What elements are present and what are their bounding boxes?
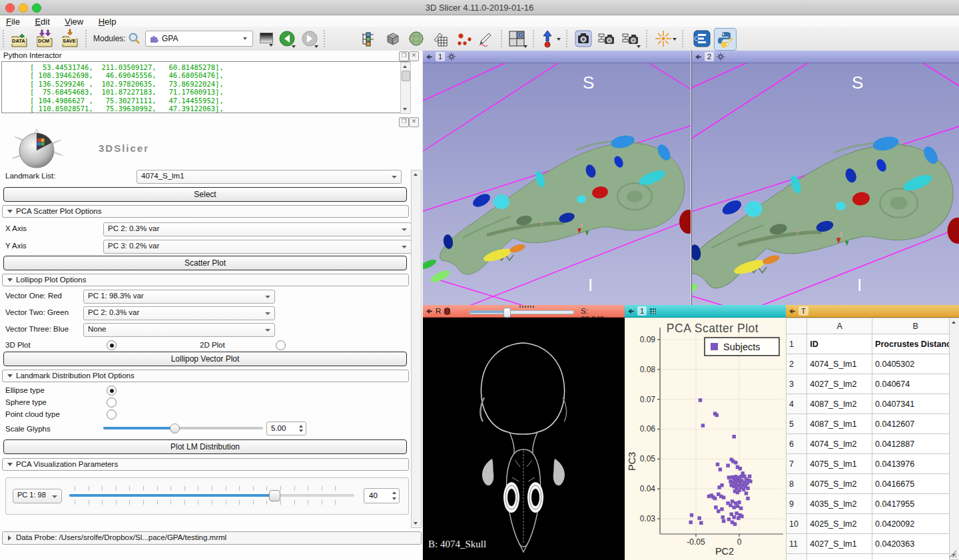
scroll-up-icon[interactable]: [403, 65, 407, 68]
plot-menu-icon[interactable]: [649, 308, 657, 315]
table-cell[interactable]: 4027_S_lm1: [807, 534, 872, 554]
table-cell[interactable]: ID: [807, 334, 872, 354]
table-cell[interactable]: 8: [787, 474, 807, 494]
pc-selector-combo[interactable]: PC 1: 98: [13, 489, 62, 503]
slider-handle[interactable]: [269, 490, 280, 501]
table-cell[interactable]: 4087_S_lm2: [807, 394, 872, 414]
scale-glyphs-slider[interactable]: [103, 423, 263, 433]
console-scrollbar[interactable]: [400, 62, 411, 114]
threed-viewport-2[interactable]: S I: [692, 63, 959, 305]
table-column-b[interactable]: B: [872, 318, 959, 334]
spin-down-icon[interactable]: [299, 429, 303, 432]
red-slice-viewport[interactable]: B: 4074_Skull: [423, 318, 625, 560]
slider-handle[interactable]: [170, 423, 180, 433]
pca-viz-spinbox[interactable]: 40: [364, 488, 400, 503]
table-cell[interactable]: Procrustes Distance: [872, 334, 959, 354]
pin-icon[interactable]: [426, 308, 433, 315]
save-button[interactable]: SAVE: [60, 29, 80, 49]
pca-viz-slider[interactable]: [69, 486, 354, 505]
table-cell[interactable]: 4075_S_lm2: [807, 474, 872, 494]
pca-visualization-header[interactable]: PCA Visualization Parameters: [2, 458, 409, 471]
toolbar-grip[interactable]: [85, 30, 88, 47]
table-cell[interactable]: 4075_S_lm1: [807, 454, 872, 474]
lollipop-vector-plot-button[interactable]: Lollipop Vector Plot: [3, 352, 407, 366]
table-row[interactable]: 84075_S_lm20.0416675: [787, 474, 959, 494]
table-cell[interactable]: 6: [787, 434, 807, 454]
plot-lm-distribution-button[interactable]: Plot LM Distribution: [3, 439, 407, 454]
point-cloud-type-radio[interactable]: [107, 410, 117, 420]
vector-three-combo[interactable]: None: [83, 323, 275, 337]
menu-file[interactable]: File: [6, 17, 20, 27]
history-dropdown-icon[interactable]: [269, 44, 273, 47]
menu-edit[interactable]: Edit: [35, 17, 49, 27]
mouse-mode-dropdown-icon[interactable]: [557, 38, 561, 41]
scroll-up-icon[interactable]: [414, 173, 418, 176]
data-probe-header[interactable]: Data Probe: /Users/srolfe/Dropbox/Sl...p…: [2, 531, 422, 545]
table-cell[interactable]: 4027_S_lm2: [807, 374, 872, 394]
select-button[interactable]: Select: [3, 187, 407, 202]
table-column-a[interactable]: A: [807, 318, 872, 334]
table-cell[interactable]: 0.0412607: [872, 414, 959, 434]
y-axis-combo[interactable]: PC 3: 0.2% var: [103, 240, 412, 254]
markups-module-icon[interactable]: [456, 31, 473, 48]
spin-down-icon[interactable]: [392, 497, 396, 500]
models-module-icon[interactable]: [408, 30, 425, 47]
table-corner-cell[interactable]: [787, 318, 807, 334]
scroll-down-icon[interactable]: [414, 522, 418, 525]
threed-view-1-header[interactable]: 1: [423, 51, 691, 63]
table-cell[interactable]: 0.0420092: [872, 514, 959, 534]
toolbar-grip[interactable]: [566, 30, 569, 47]
extensions-manager-icon[interactable]: [693, 29, 711, 48]
table-cell[interactable]: 12: [787, 554, 807, 560]
python-console[interactable]: [ 53.44531746, 211.03509127, 60.81485278…: [1, 61, 410, 113]
back-dropdown-icon[interactable]: [292, 45, 296, 48]
table-cell[interactable]: 11: [787, 534, 807, 554]
view-options-icon[interactable]: [448, 53, 456, 61]
table-cell[interactable]: 10: [787, 514, 807, 534]
pin-icon[interactable]: [695, 53, 702, 61]
table-cell[interactable]: 0.0417955: [872, 494, 959, 514]
table-cell[interactable]: 1: [787, 334, 807, 354]
lollipop-options-header[interactable]: Lollipop Plot Options: [2, 274, 409, 286]
scroll-up-icon[interactable]: [952, 321, 956, 324]
splitter-grip[interactable]: [519, 306, 535, 308]
annotations-module-icon[interactable]: [477, 31, 494, 48]
table-cell[interactable]: 9: [787, 494, 807, 514]
table-row[interactable]: 74075_S_lm10.0413976: [787, 454, 959, 474]
scrollbar-thumb[interactable]: [402, 71, 410, 81]
transforms-module-icon[interactable]: [432, 31, 449, 48]
toolbar-grip[interactable]: [646, 30, 649, 47]
plot-viewport[interactable]: 0.090.080.070.060.050.040.03-0.050 PCA S…: [625, 318, 786, 560]
table-cell[interactable]: 4074_S_lm2: [807, 434, 872, 454]
close-console-button[interactable]: ✕: [409, 51, 419, 61]
pin-icon[interactable]: [627, 308, 635, 315]
plot-2d-radio[interactable]: [276, 340, 286, 350]
table-cell[interactable]: 0.0413976: [872, 454, 959, 474]
pca-scatter-options-header[interactable]: PCA Scatter Plot Options: [2, 205, 409, 218]
module-history-icon[interactable]: [260, 33, 273, 43]
sceneview-dropdown-icon[interactable]: [637, 45, 641, 48]
toolbar-grip[interactable]: [533, 30, 535, 47]
table-cell[interactable]: 0.0421118: [872, 554, 959, 560]
table-cell[interactable]: 0.0412887: [872, 434, 959, 454]
toolbar-grip[interactable]: [3, 30, 5, 47]
table-cell[interactable]: 0.0407341: [872, 394, 959, 414]
volumes-module-icon[interactable]: [384, 30, 401, 47]
view-options-icon[interactable]: [717, 53, 725, 61]
close-panel-button[interactable]: ✕: [409, 117, 419, 127]
table-cell[interactable]: 4074_S_lm1: [807, 354, 872, 374]
toolbar-grip[interactable]: [501, 30, 503, 47]
vector-one-combo[interactable]: PC 1: 98.3% var: [83, 290, 275, 304]
toolbar-grip[interactable]: [682, 30, 685, 47]
crosshair-dropdown-icon[interactable]: [673, 38, 677, 41]
load-dicom-button[interactable]: DCM: [35, 29, 55, 49]
sceneview-capture-icon[interactable]: [597, 30, 617, 47]
menu-help[interactable]: Help: [99, 17, 117, 27]
table-cell[interactable]: 0.0416675: [872, 474, 959, 494]
threed-view-2-header[interactable]: 2: [692, 51, 959, 63]
table-cell[interactable]: 4035_S_lm2: [807, 494, 872, 514]
pin-icon[interactable]: [426, 53, 433, 61]
spin-up-icon[interactable]: [299, 425, 303, 427]
table-row[interactable]: 104025_S_lm20.0420092: [787, 514, 959, 534]
table-cell[interactable]: 4149_S_lm2: [807, 554, 872, 560]
